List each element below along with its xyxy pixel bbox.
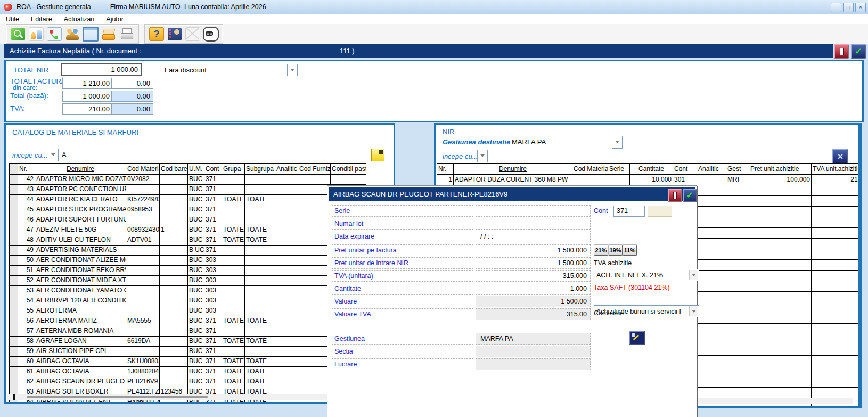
column-header-5[interactable]: Cont	[673, 164, 697, 174]
cont-analitic-box[interactable]	[648, 206, 672, 217]
toolbar-button-robot[interactable]	[202, 27, 220, 42]
row-selector[interactable]	[10, 256, 18, 265]
row-selector[interactable]	[10, 185, 18, 194]
column-header-4[interactable]: U.M.	[188, 164, 204, 174]
row-selector[interactable]	[10, 225, 18, 235]
column-header-9[interactable]: Cod Furnizor	[298, 164, 331, 174]
row-selector[interactable]	[10, 316, 18, 326]
column-header-0[interactable]: Nr.	[437, 164, 454, 174]
discount-combo[interactable]	[287, 64, 298, 76]
vat-button-21[interactable]: 21%	[594, 244, 608, 256]
table-row[interactable]: 58AGRAFE LOGAN6619DABUC371TOATETOATE	[9, 337, 366, 347]
row-selector[interactable]	[10, 367, 18, 377]
row-selector[interactable]	[10, 235, 18, 245]
table-row[interactable]: 48ADITIV ULEI CU TEFLONADTV01BUC371TOATE…	[9, 235, 366, 246]
maximize-button[interactable]: □	[843, 3, 854, 12]
toolbar-button-docs[interactable]	[100, 27, 118, 42]
table-row[interactable]: 61AIRBAG OCTAVIA1J0880204KBUC371TOATETOA…	[9, 367, 366, 377]
toolbar-button-roa-assistant[interactable]	[166, 27, 184, 42]
table-row[interactable]: 47ADEZIV FILETE 50G00893243051BUC371TOAT…	[9, 225, 366, 235]
table-row[interactable]: 52AER CONDITIONAT MIDEA XTRBUC303	[9, 276, 366, 286]
dialog-field-data-expirare[interactable]: / / : :	[476, 231, 591, 242]
table-row[interactable]: 62AIRBAG SCAUN DR PEUGEOTPE8216V9BUC371T…	[9, 377, 366, 387]
toolbar-button-window[interactable]	[81, 27, 100, 42]
column-header-2[interactable]: Cod Material	[572, 164, 608, 174]
row-selector[interactable]	[10, 205, 18, 215]
menu-item-editare[interactable]: Editare	[25, 15, 58, 23]
dialog-field-tva-unitara-[interactable]: 315.000	[476, 270, 591, 282]
column-header-3[interactable]: Cod bare	[160, 164, 188, 174]
row-selector[interactable]	[10, 266, 18, 275]
row-selector[interactable]	[10, 357, 18, 366]
tva-field[interactable]: 210.00	[62, 103, 113, 115]
row-selector[interactable]	[10, 276, 18, 285]
toolbar-button-chart[interactable]	[27, 27, 45, 42]
menu-item-actualizari[interactable]: Actualizari	[58, 15, 101, 23]
total-nir-field[interactable]: 1 000.00	[61, 63, 142, 76]
table-row[interactable]: 56AEROTERMA MATIZMA5555BUC371TOATETOATE	[9, 316, 366, 326]
table-row[interactable]: 42ADAPTOR MICRO MIC DOZATOR0V2082BUC371	[9, 175, 366, 185]
toolbar-button-users[interactable]	[63, 27, 81, 42]
menu-item-ajutor[interactable]: Ajutor	[100, 15, 129, 23]
dialog-field-cantitate[interactable]: 1.000	[476, 283, 591, 295]
nir-search-combo[interactable]	[477, 150, 488, 162]
close-button[interactable]: ×	[855, 3, 866, 12]
table-row[interactable]: 1ADAPTOR DUZA CURENT 360 M8 PW10.000301M…	[437, 175, 862, 185]
menu-item-utile[interactable]: Utile	[0, 15, 25, 23]
column-header-6[interactable]: Analitic	[697, 164, 726, 174]
conversie-button[interactable]	[629, 331, 645, 345]
minimize-button[interactable]: −	[831, 3, 841, 12]
column-header-4[interactable]: Cantitate	[630, 164, 673, 174]
nir-search-input[interactable]	[488, 150, 834, 162]
table-row[interactable]: 57AETERNA MDB ROMANIABUC371	[9, 326, 366, 337]
row-selector[interactable]	[10, 246, 18, 255]
table-row[interactable]: 54AERBRVPF120 AER CONDITIOBUC303	[9, 296, 366, 306]
table-row[interactable]: 53AER CONDITIONAT YAMATO OBUC303	[9, 286, 366, 296]
table-row[interactable]: 46ADAPTOR SUPORT FURTUNULBUC371	[9, 215, 366, 225]
column-header-8[interactable]: Analitic	[275, 164, 298, 174]
row-selector[interactable]	[10, 215, 18, 225]
row-selector[interactable]	[10, 347, 18, 356]
column-header-10[interactable]: Conditii pastrare	[331, 164, 366, 174]
dialog-confirm-button[interactable]	[683, 189, 697, 202]
row-selector[interactable]	[10, 377, 18, 387]
column-header-1[interactable]: Denumire	[454, 164, 572, 174]
toolbar-button-mail-disabled[interactable]	[184, 27, 202, 42]
vat-button-19[interactable]: 19%	[608, 244, 623, 256]
exit-button[interactable]	[834, 44, 849, 59]
column-header-7[interactable]: Gest	[726, 164, 749, 174]
column-header-2[interactable]: Cod Material	[126, 164, 160, 174]
column-header-5[interactable]: Cont	[204, 164, 222, 174]
table-row[interactable]: 55AEROTERMABUC303	[9, 306, 366, 316]
column-header-6[interactable]: Grupa	[222, 164, 245, 174]
table-row[interactable]: 43ADAPTOR PC CONECTION UPBUC371	[9, 185, 366, 195]
column-header-9[interactable]: TVA unit.achizitie	[812, 164, 862, 174]
table-row[interactable]: 44ADAPTOR RC KIA CERATOKI572249/CBUC371T…	[9, 195, 366, 205]
catalog-search-input[interactable]: A	[59, 149, 371, 161]
table-row[interactable]: 45ADAPTOR STICK PROGRAMARE0958953BUC371	[9, 205, 366, 215]
table-row[interactable]: 59AIR SUCTION PIPE CPLBUC371	[9, 347, 366, 357]
dialog-field-pret-unitar-pe-factura[interactable]: 1 500.000	[476, 244, 591, 256]
column-header-0[interactable]: Nr.	[18, 164, 35, 174]
confirm-button[interactable]	[851, 44, 866, 59]
nir-clear-button[interactable]	[832, 149, 848, 164]
gestiunea-destinatie-combo[interactable]	[612, 136, 623, 149]
column-header-8[interactable]: Pret unit.achizitie	[749, 164, 812, 174]
dialog-field-serie[interactable]	[476, 205, 591, 217]
catalog-new-item-button[interactable]	[371, 149, 384, 161]
dialog-field-numar-lot[interactable]	[476, 218, 591, 230]
row-selector[interactable]	[10, 195, 18, 205]
table-row[interactable]: 50AER CONDITIONAT ALIZEE MOBUC303	[9, 256, 366, 266]
catalog-search-combo[interactable]	[48, 149, 59, 161]
row-selector[interactable]	[10, 306, 18, 316]
table-row[interactable]: 60AIRBAG OCTAVIASK1U08802BUC371TOATETOAT…	[9, 357, 366, 367]
column-header-1[interactable]: Denumire	[35, 164, 126, 174]
row-selector[interactable]	[10, 286, 18, 296]
total-baza-field[interactable]: 1 000.00	[62, 91, 113, 102]
total-factura-field-2[interactable]: 0.00	[111, 78, 153, 89]
table-row[interactable]: 51AER CONDITIONAT BEKO BRVBUC303	[9, 266, 366, 276]
dialog-exit-button[interactable]	[668, 189, 682, 202]
total-factura-field[interactable]: 1 210.00	[62, 78, 113, 89]
column-header-7[interactable]: Subgrupa	[245, 164, 275, 174]
cont-input[interactable]: 371	[613, 206, 645, 217]
